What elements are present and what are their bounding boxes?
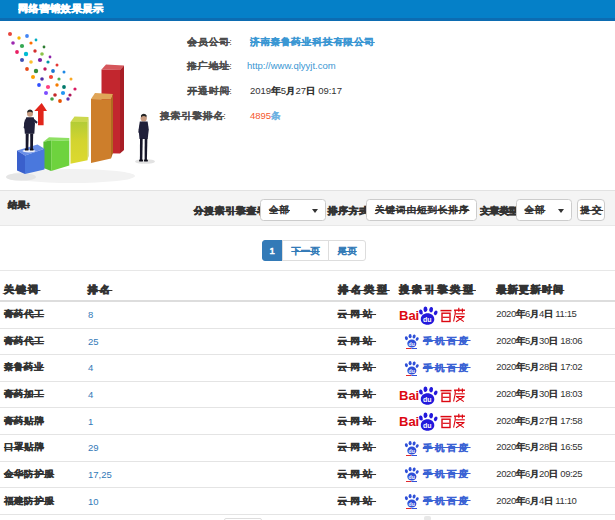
svg-text:du: du	[409, 501, 415, 507]
svg-text:du: du	[409, 448, 415, 454]
svg-text:du: du	[424, 422, 433, 429]
svg-text:Bai: Bai	[399, 388, 419, 403]
svg-text:du: du	[409, 474, 415, 480]
svg-text:du: du	[409, 368, 415, 374]
svg-text:Bai: Bai	[399, 414, 419, 429]
svg-text:du: du	[424, 396, 433, 403]
svg-text:Bai: Bai	[399, 308, 419, 323]
svg-text:du: du	[424, 316, 433, 323]
svg-text:du: du	[409, 341, 415, 347]
